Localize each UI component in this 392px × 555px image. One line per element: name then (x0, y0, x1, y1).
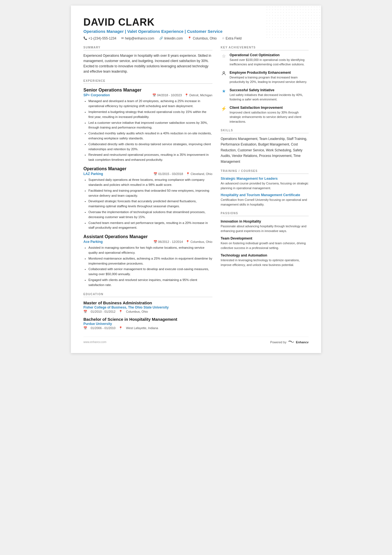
person-icon (221, 71, 227, 84)
edu-date-icon-2: 📅 (83, 326, 87, 330)
job-bullets-1: Managed and developed a team of 20 emplo… (83, 99, 212, 162)
contact-location: 📍 Columbus, Ohio (188, 36, 217, 40)
experience-label: EXPERIENCE (83, 79, 212, 84)
bullet-item: Led a customer service initiative that i… (88, 120, 212, 130)
edu-degree-2: Bachelor of Science in Hospitality Manag… (83, 317, 212, 322)
bullet-item: Oversaw the implementation of technologi… (88, 210, 212, 220)
job-bullets-2: Supervised daily operations at three loc… (83, 177, 212, 230)
achievement-desc-3: Led safety initiatives that decreased in… (230, 93, 309, 102)
contact-extra: ☆ Extra Field (222, 36, 242, 40)
job-title-2: Operations Manager (83, 166, 212, 171)
bullet-item: Conducted monthly safety audits which re… (88, 131, 212, 141)
achievement-desc-2: Developed a training program that increa… (230, 75, 309, 84)
lightning-icon: ⚡ (221, 106, 227, 124)
link-icon: 🔗 (159, 36, 163, 40)
education-label: EDUCATION (83, 293, 212, 297)
star-icon: ☆ (222, 36, 225, 40)
edu-bs: Bachelor of Science in Hospitality Manag… (83, 317, 212, 330)
brand-logo-icon (288, 340, 294, 345)
candidate-name: DAVID CLARK (83, 17, 309, 28)
achievement-title-1: Operational Cost Optimization (230, 53, 309, 57)
edu-mba: Master of Business Administration Fisher… (83, 300, 212, 314)
calendar-icon-1: 📅 (152, 93, 156, 97)
job-meta-2: LAZ Parking 📅 01/2015 - 03/2018 📍 Clevel… (83, 172, 212, 176)
job-company-1: SP+ Corporation (83, 93, 110, 97)
phone-icon: 📞 (83, 36, 87, 40)
training-item-2: Hospitality and Tourism Management Certi… (221, 193, 309, 207)
pin-icon-1: 📍 (185, 93, 188, 97)
location-icon: 📍 (188, 36, 192, 40)
job-dateloc-3: 📅 06/2012 - 12/2014 📍 Columbus, Ohio (153, 240, 212, 244)
edu-meta-2: 📅 01/2006 - 01/2010 📍 West Lafayette, In… (83, 326, 212, 330)
summary-text: Experienced Operations Manager in hospit… (83, 53, 212, 75)
edu-date-icon-1: 📅 (83, 310, 87, 314)
job-loc-3: 📍 Columbus, Ohio (186, 240, 212, 244)
training-desc-2: Certification from Cornell University fo… (221, 198, 309, 207)
training-title-1: Strategic Management for Leaders (221, 177, 309, 181)
job-date-2: 📅 01/2015 - 03/2018 (153, 172, 183, 176)
summary-label: SUMMARY (83, 46, 212, 50)
passion-desc-2: Keen on fostering individual growth and … (221, 241, 309, 250)
edu-loc-icon-1: 📍 (119, 310, 123, 314)
bullet-item: Supervised daily operations at three loc… (88, 177, 212, 188)
achievement-productivity: Employee Productivity Enhancement Develo… (221, 71, 309, 84)
skills-label: SKILLS (221, 129, 309, 133)
achievement-desc-1: Saved over $100,000 in operational costs… (230, 58, 309, 67)
achievement-title-4: Client Satisfaction Improvement (230, 106, 309, 110)
passion-title-2: Team Development (221, 236, 309, 240)
svg-point-0 (223, 71, 225, 73)
bullet-item: Reviewed and restructured operational pr… (88, 152, 212, 162)
achievement-desc-4: Improved client satisfaction scores by 3… (230, 110, 309, 124)
job-meta-3: Ace Parking 📅 06/2012 - 12/2014 📍 Columb… (83, 240, 212, 244)
calendar-icon-2: 📅 (153, 172, 157, 176)
bullet-item: Developed strategic forecasts that accur… (88, 199, 212, 209)
skills-text: Operations Management, Team Leadership, … (221, 136, 309, 164)
job-dateloc-2: 📅 01/2015 - 03/2018 📍 Cleveland, Ohio (153, 172, 212, 176)
job-meta-1: SP+ Corporation 📅 04/2018 - 10/2023 📍 De… (83, 93, 212, 97)
job-title-1: Senior Operations Manager (83, 88, 212, 93)
achievements-label: KEY ACHIEVEMENTS (221, 46, 309, 50)
achievement-safety: ★ Successful Safety Initiative Led safet… (221, 88, 309, 102)
edu-loc-icon-2: 📍 (119, 326, 123, 330)
passion-item-2: Team Development Keen on fostering indiv… (221, 236, 309, 250)
contact-email: ✉ help@enhancv.com (121, 36, 154, 40)
edu-meta-1: 📅 01/2010 - 01/2012 📍 Columbus, Ohio (83, 310, 212, 314)
passion-item-1: Innovation in Hospitality Passionate abo… (221, 219, 309, 233)
training-desc-1: An advanced course provided by Coursera,… (221, 181, 309, 190)
contact-phone: 📞 +1-(234)-555-1234 (83, 36, 116, 40)
achievement-cost-opt: ☆ Operational Cost Optimization Saved ov… (221, 53, 309, 67)
resume-page: DAVID CLARK Operations Manager | Valet O… (71, 6, 321, 353)
calendar-icon-3: 📅 (153, 240, 157, 244)
edu-school-2: Purdue University (83, 322, 212, 326)
job-company-2: LAZ Parking (83, 172, 103, 176)
passion-title-1: Innovation in Hospitality (221, 219, 309, 223)
job-dateloc-1: 📅 04/2018 - 10/2023 📍 Detroit, Michigan (152, 93, 212, 97)
header-section: DAVID CLARK Operations Manager | Valet O… (83, 17, 309, 40)
job-date-icon-1: 📅 04/2018 - 10/2023 (152, 93, 182, 97)
training-item-1: Strategic Management for Leaders An adva… (221, 177, 309, 190)
job-company-3: Ace Parking (83, 240, 103, 244)
passion-desc-1: Passionate about advancing hospitality t… (221, 224, 309, 233)
achievement-satisfaction: ⚡ Client Satisfaction Improvement Improv… (221, 106, 309, 124)
candidate-title: Operations Manager | Valet Operations Ex… (83, 29, 309, 34)
bullet-item: Managed and developed a team of 20 emplo… (88, 99, 212, 109)
pin-icon-3: 📍 (186, 240, 190, 244)
bullet-item: Collaborated with senior management to d… (88, 267, 212, 277)
contact-row: 📞 +1-(234)-555-1234 ✉ help@enhancv.com 🔗… (83, 36, 309, 40)
star-filled-icon: ★ (221, 88, 227, 102)
passions-label: PASSIONS (221, 212, 309, 216)
bullet-item: Facilitated hiring and training programs… (88, 188, 212, 198)
bullet-item: Assisted in managing operations for two … (88, 245, 212, 255)
job-loc-1: 📍 Detroit, Michigan (185, 93, 212, 97)
pin-icon-2: 📍 (186, 172, 190, 176)
bullet-item: Coached team members and set performance… (88, 221, 212, 231)
training-title-2: Hospitality and Tourism Management Certi… (221, 193, 309, 197)
bullet-item: Engaged with clients and resolved servic… (88, 278, 212, 288)
email-icon: ✉ (121, 36, 124, 40)
job-senior-ops-manager: Senior Operations Manager SP+ Corporatio… (83, 88, 212, 162)
edu-school-1: Fisher College of Business, The Ohio Sta… (83, 305, 212, 309)
job-asst-ops-manager: Assistant Operations Manager Ace Parking… (83, 234, 212, 288)
job-loc-2: 📍 Cleveland, Ohio (186, 172, 212, 176)
footer-website: www.enhancv.com (83, 341, 106, 344)
passion-item-3: Technology and Automation Interested in … (221, 253, 309, 267)
